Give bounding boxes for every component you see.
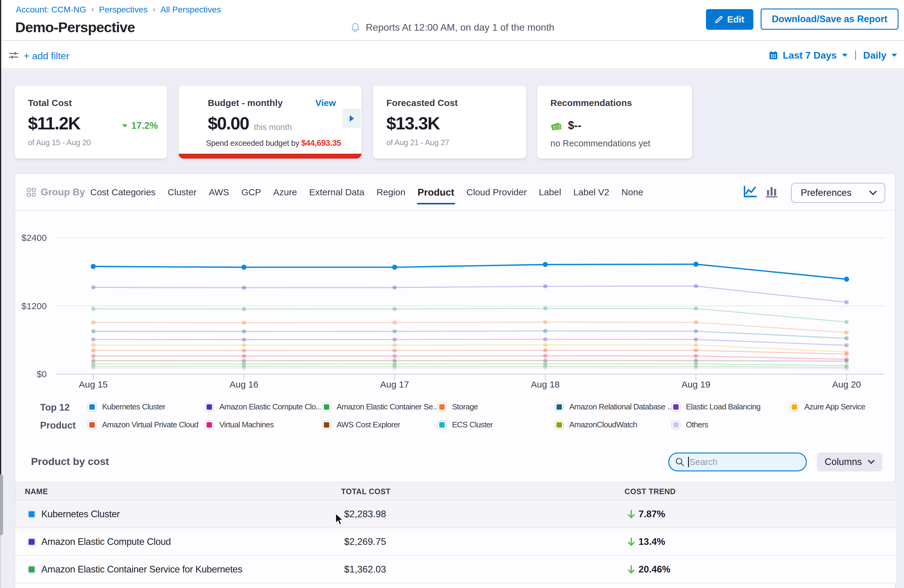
chart-point[interactable]	[543, 343, 547, 347]
legend-item-elastic-load-balancing[interactable]: Elastic Load Balancing	[671, 398, 790, 416]
group-by-tab-cluster[interactable]: Cluster	[161, 187, 202, 198]
chart-point[interactable]	[392, 366, 397, 370]
chart-point[interactable]	[91, 343, 95, 347]
chart-point[interactable]	[844, 300, 849, 304]
scrollbar-thumb[interactable]	[0, 474, 3, 535]
legend-item-aws-cost-explorer[interactable]: AWS Cost Explorer	[322, 416, 438, 434]
chart-point[interactable]	[844, 320, 849, 324]
chart-line-ecs-cluster[interactable]	[93, 364, 847, 366]
legend-item-amazon-relational-database-service[interactable]: Amazon Relational Database ...	[555, 398, 671, 416]
chart-point[interactable]	[242, 343, 246, 347]
chart-point[interactable]	[694, 262, 699, 267]
group-by-tab-aws[interactable]: AWS	[202, 187, 235, 198]
table-header-total-cost[interactable]: TOTAL COST	[341, 487, 390, 496]
chart-point[interactable]	[694, 337, 698, 342]
chart-point[interactable]	[694, 307, 698, 311]
chart-point[interactable]	[694, 284, 698, 288]
chart-point[interactable]	[543, 354, 547, 358]
chart-point[interactable]	[694, 343, 698, 347]
chart-point[interactable]	[392, 343, 397, 347]
chart-point[interactable]	[543, 262, 548, 267]
chart-point[interactable]	[694, 348, 698, 352]
chart-point[interactable]	[844, 343, 849, 348]
chart-point[interactable]	[543, 337, 547, 341]
filter-sliders-icon[interactable]	[8, 51, 19, 60]
group-by-tab-external-data[interactable]: External Data	[303, 187, 371, 198]
chart-line-amazon-elastic-compute-cloud[interactable]	[93, 286, 847, 302]
chart-point[interactable]	[543, 284, 547, 289]
chart-point[interactable]	[543, 320, 547, 324]
chart-line-elastic-load-balancing[interactable]	[93, 339, 847, 345]
chart-point[interactable]	[91, 348, 95, 352]
chart-point[interactable]	[694, 329, 698, 333]
chart-point[interactable]	[844, 359, 849, 363]
chart-point[interactable]	[91, 264, 96, 269]
chart-point[interactable]	[242, 286, 246, 290]
group-by-tab-product[interactable]: Product	[412, 187, 460, 198]
chart-point[interactable]	[242, 307, 246, 311]
chart-point[interactable]	[844, 277, 849, 282]
group-by-tab-cloud-provider[interactable]: Cloud Provider	[460, 187, 533, 198]
chart-point[interactable]	[91, 354, 95, 358]
chart-line-aws-cost-explorer[interactable]	[93, 360, 847, 361]
legend-item-kubernetes-cluster[interactable]: Kubernetes Cluster	[87, 398, 205, 416]
legend-item-ecs-cluster[interactable]: ECS Cluster	[438, 416, 555, 434]
budget-expand-button[interactable]	[343, 109, 361, 128]
table-header-name[interactable]: NAME	[25, 487, 48, 496]
chart-point[interactable]	[242, 348, 246, 352]
chart-line-kubernetes-cluster[interactable]	[93, 264, 847, 279]
chart-point[interactable]	[392, 348, 397, 352]
breadcrumb-all-perspectives-link[interactable]: All Perspectives	[160, 5, 221, 14]
group-by-tab-label[interactable]: Label	[533, 187, 567, 198]
chart-point[interactable]	[844, 352, 849, 356]
columns-button[interactable]: Columns	[817, 452, 882, 471]
group-by-tab-region[interactable]: Region	[371, 187, 412, 198]
edit-button[interactable]: Edit	[706, 9, 753, 30]
chart-point[interactable]	[844, 336, 849, 340]
group-by-tab-cost-categories[interactable]: Cost Categories	[84, 187, 161, 198]
breadcrumb-account-link[interactable]: Account: CCM-NG	[16, 5, 86, 14]
chart-point[interactable]	[543, 306, 547, 310]
chart-line-amazon-elastic-container-service-for-kubernetes[interactable]	[93, 308, 847, 322]
chart-point[interactable]	[844, 367, 849, 371]
table-row-amazon-elastic-container-service-for-kubernetes[interactable]: Amazon Elastic Container Service for Kub…	[15, 556, 896, 583]
chart-point[interactable]	[91, 366, 95, 370]
chart-point[interactable]	[694, 354, 698, 358]
chart-line-amazoncloudwatch[interactable]	[93, 366, 847, 367]
group-by-tab-gcp[interactable]: GCP	[235, 187, 267, 198]
table-row-kubernetes-cluster[interactable]: Kubernetes Cluster$2,283.987.87%	[15, 501, 896, 528]
chart-point[interactable]	[242, 265, 247, 270]
legend-item-amazon-elastic-container-service-for-kubernetes[interactable]: Amazon Elastic Container Se...	[322, 398, 438, 416]
table-header-cost-trend[interactable]: COST TREND	[624, 487, 676, 496]
time-range-dropdown[interactable]: Last 7 Days	[769, 50, 848, 61]
download-save-report-button[interactable]: Download/Save as Report	[761, 8, 899, 30]
chart-point[interactable]	[242, 321, 246, 325]
legend-item-amazoncloudwatch[interactable]: AmazonCloudWatch	[555, 416, 671, 434]
line-chart-toggle[interactable]	[744, 185, 757, 198]
chart-point[interactable]	[91, 329, 95, 334]
add-filter-button[interactable]: + add filter	[24, 51, 69, 62]
chart-line-others[interactable]	[93, 368, 847, 369]
table-row-amazon-elastic-compute-cloud[interactable]: Amazon Elastic Compute Cloud$2,269.7513.…	[15, 528, 896, 556]
legend-item-amazon-virtual-private-cloud[interactable]: Amazon Virtual Private Cloud	[87, 416, 205, 434]
chart-line-amazon-virtual-private-cloud[interactable]	[93, 350, 847, 354]
chart-point[interactable]	[91, 337, 95, 342]
chart-point[interactable]	[694, 366, 698, 370]
chart-point[interactable]	[91, 285, 95, 289]
legend-item-virtual-machines[interactable]: Virtual Machines	[205, 416, 322, 434]
chart-point[interactable]	[392, 337, 397, 342]
chart-point[interactable]	[242, 337, 246, 342]
group-by-tab-none[interactable]: None	[615, 187, 650, 198]
bar-chart-toggle[interactable]	[765, 185, 778, 198]
chart-point[interactable]	[91, 321, 95, 325]
chart-point[interactable]	[392, 329, 397, 334]
chart-point[interactable]	[392, 286, 397, 290]
legend-item-others[interactable]: Others	[671, 416, 790, 434]
chart-point[interactable]	[694, 320, 698, 324]
chart-line-amazon-relational-database-service[interactable]	[93, 331, 847, 338]
legend-item-azure-app-service[interactable]: Azure App Service	[790, 398, 865, 416]
chart-point[interactable]	[392, 265, 397, 270]
chart-point[interactable]	[543, 329, 547, 333]
search-input[interactable]	[689, 457, 793, 467]
cost-line-chart[interactable]: $0$1200$2400Aug 15Aug 16Aug 17Aug 18Aug …	[15, 211, 895, 400]
